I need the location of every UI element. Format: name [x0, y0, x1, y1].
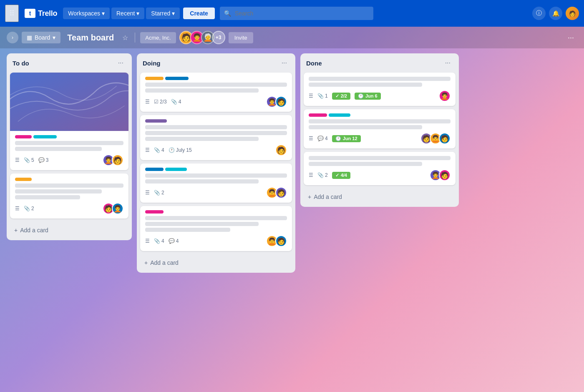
notifications-button[interactable]: 🔔 [549, 7, 562, 20]
info-icon: ⓘ [536, 10, 542, 17]
card-labels [309, 113, 451, 117]
card-meta-left: ☰ 📎 2 [145, 190, 164, 196]
user-avatar[interactable]: 🧑 [566, 7, 579, 20]
card-body: ☰ 💬 4 🕐 Jun 12 🧑 [304, 109, 456, 148]
card-title-line [15, 195, 80, 199]
description-icon: ☰ [309, 172, 313, 178]
comment-count: 4 [176, 238, 179, 244]
workspaces-button[interactable]: Workspaces ▾ [63, 8, 110, 19]
card-body: ☰ 📎 5 💬 3 🧑‍🦱 [10, 131, 128, 170]
workspace-button[interactable]: Acme, Inc. [140, 32, 176, 43]
attachment-count: 2 [325, 172, 328, 178]
attachment-count: 2 [161, 190, 164, 196]
search-input[interactable] [220, 7, 374, 20]
description-icon-item: ☰ [309, 136, 313, 141]
card-doing-1[interactable]: ☰ ☑ 2/3 📎 4 🧑‍🦱 [140, 73, 292, 112]
date-badge: 🕐 Jun 6 [355, 93, 381, 100]
card-avatar: 🧑‍🦱 [439, 90, 451, 102]
description-icon: ☰ [145, 147, 150, 153]
checklist-item: ☑ 2/3 [154, 99, 167, 105]
card-title-line [145, 216, 287, 220]
card-labels [145, 119, 287, 123]
card-avatar: 🧑‍🦱 [112, 203, 123, 214]
card-avatar: 🧑 [112, 154, 123, 166]
column-todo: To do ··· [7, 53, 132, 240]
starred-button[interactable]: Starred ▾ [146, 8, 180, 19]
description-icon: ☰ [309, 136, 313, 141]
column-menu-todo[interactable]: ··· [116, 58, 126, 68]
attachment-count: 4 [179, 99, 181, 105]
board-view-button[interactable]: ▦ Board ▾ [22, 32, 60, 43]
checklist-badge: ✓ 4/4 [332, 172, 350, 179]
label-pink [15, 135, 32, 138]
card-cover [10, 73, 128, 131]
card-meta-left: ☰ 💬 4 🕐 Jun 12 [309, 135, 361, 142]
card-title-line [309, 162, 422, 166]
sidebar-toggle-button[interactable]: › [7, 32, 18, 43]
card-title-line [15, 183, 123, 188]
card-doing-4[interactable]: ☰ 📎 4 💬 4 🧑‍🦱 [140, 206, 292, 251]
column-header-todo: To do ··· [7, 53, 132, 71]
label-orange [15, 178, 32, 181]
card-body: ☰ 📎 4 💬 4 🧑‍🦱 [140, 206, 292, 251]
member-count[interactable]: +3 [212, 31, 225, 44]
card-labels [15, 135, 123, 138]
clock-icon: 🕐 [335, 136, 341, 141]
card-done-1[interactable]: ☰ 📎 1 ✓ 2/2 🕐 [304, 73, 456, 106]
trello-logo[interactable]: t Trello [20, 6, 61, 20]
recent-button[interactable]: Recent ▾ [111, 8, 144, 19]
star-button[interactable]: ☆ [121, 32, 130, 43]
card-avatars: 🧑 🧑‍🦱 🧑 [420, 133, 451, 144]
card-meta: ☰ 📎 2 🧑‍🦱 🧑 [145, 187, 287, 199]
card-meta: ☰ 📎 2 🧑 🧑‍🦱 [15, 203, 123, 214]
card-meta: ☰ 📎 4 🕐 July 15 🧑 [145, 144, 287, 156]
column-header-done: Done ··· [300, 53, 459, 71]
column-menu-doing[interactable]: ··· [279, 58, 289, 68]
more-options-button[interactable]: ··· [564, 32, 577, 44]
card-title-line [15, 141, 123, 145]
board-icon: ▦ [27, 34, 32, 41]
description-icon: ☰ [309, 93, 313, 99]
column-menu-done[interactable]: ··· [443, 58, 453, 68]
label-purple [145, 119, 167, 123]
description-icon-item: ☰ [145, 190, 150, 196]
column-doing: Doing ··· ☰ [137, 53, 295, 273]
column-title-done: Done [306, 60, 322, 67]
card-done-2[interactable]: ☰ 💬 4 🕐 Jun 12 🧑 [304, 109, 456, 148]
card-title-line [145, 173, 287, 178]
description-icon-item: ☰ [145, 238, 150, 244]
card-done-3[interactable]: ☰ 📎 2 ✓ 4/4 🧑‍🦱 [304, 152, 456, 185]
paperclip-icon: 📎 [154, 238, 160, 244]
grid-icon[interactable]: ⠿ [5, 5, 19, 22]
card-meta: ☰ ☑ 2/3 📎 4 🧑‍🦱 [145, 96, 287, 108]
description-icon-item: ☰ [15, 206, 20, 211]
add-card-button-doing[interactable]: + Add a card [140, 256, 292, 269]
create-button[interactable]: Create [183, 8, 215, 19]
card-title-line [309, 83, 422, 87]
info-button[interactable]: ⓘ [532, 7, 546, 20]
card-labels [145, 210, 287, 214]
card-doing-3[interactable]: ☰ 📎 2 🧑‍🦱 🧑 [140, 163, 292, 203]
card-avatars: 🧑‍🦱 🧑 [430, 169, 451, 181]
comment-count: 4 [325, 136, 328, 141]
comment-item: 💬 3 [38, 157, 49, 163]
chevron-down-icon: ▾ [136, 10, 139, 17]
divider [135, 33, 135, 43]
description-icon: ☰ [15, 206, 20, 211]
bell-icon: 🔔 [552, 10, 559, 17]
chevron-down-icon: ▾ [102, 10, 105, 17]
label-blue [145, 168, 164, 171]
due-date-item: 🕐 July 15 [169, 147, 192, 153]
card-todo-2[interactable]: ☰ 📎 2 🧑 🧑‍🦱 [10, 173, 128, 219]
add-card-button-todo[interactable]: + Add a card [10, 224, 128, 237]
card-title-line [309, 77, 451, 81]
add-card-button-done[interactable]: + Add a card [304, 190, 456, 204]
card-avatars: 🧑‍🦱 🧑 [266, 96, 287, 108]
card-todo-1[interactable]: ☰ 📎 5 💬 3 🧑‍🦱 [10, 73, 128, 170]
card-doing-2[interactable]: ☰ 📎 4 🕐 July 15 🧑 [140, 115, 292, 160]
card-avatar: 🧑 [275, 187, 287, 199]
card-body: ☰ 📎 2 🧑 🧑‍🦱 [10, 173, 128, 219]
invite-button[interactable]: Invite [229, 32, 253, 43]
chevron-down-icon: ▾ [172, 10, 175, 17]
card-labels [145, 77, 287, 80]
